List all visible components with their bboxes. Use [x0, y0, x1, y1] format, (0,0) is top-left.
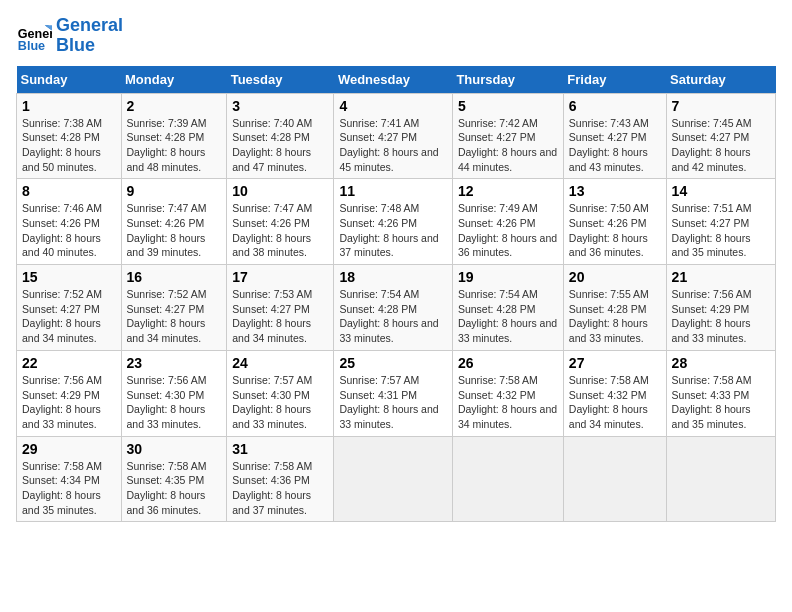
week-row: 22 Sunrise: 7:56 AM Sunset: 4:29 PM Dayl…: [17, 350, 776, 436]
day-number: 28: [672, 355, 770, 371]
page-header: General Blue GeneralBlue: [16, 16, 776, 56]
day-info: Sunrise: 7:39 AM Sunset: 4:28 PM Dayligh…: [127, 116, 222, 175]
calendar-cell: 15 Sunrise: 7:52 AM Sunset: 4:27 PM Dayl…: [17, 265, 122, 351]
calendar-cell: 14 Sunrise: 7:51 AM Sunset: 4:27 PM Dayl…: [666, 179, 775, 265]
day-info: Sunrise: 7:48 AM Sunset: 4:26 PM Dayligh…: [339, 201, 447, 260]
day-number: 8: [22, 183, 116, 199]
day-info: Sunrise: 7:41 AM Sunset: 4:27 PM Dayligh…: [339, 116, 447, 175]
logo-icon: General Blue: [16, 18, 52, 54]
day-info: Sunrise: 7:49 AM Sunset: 4:26 PM Dayligh…: [458, 201, 558, 260]
day-info: Sunrise: 7:42 AM Sunset: 4:27 PM Dayligh…: [458, 116, 558, 175]
day-info: Sunrise: 7:57 AM Sunset: 4:31 PM Dayligh…: [339, 373, 447, 432]
day-number: 1: [22, 98, 116, 114]
day-number: 29: [22, 441, 116, 457]
week-row: 8 Sunrise: 7:46 AM Sunset: 4:26 PM Dayli…: [17, 179, 776, 265]
calendar-cell: [563, 436, 666, 522]
calendar-cell: 9 Sunrise: 7:47 AM Sunset: 4:26 PM Dayli…: [121, 179, 227, 265]
week-row: 1 Sunrise: 7:38 AM Sunset: 4:28 PM Dayli…: [17, 93, 776, 179]
day-number: 22: [22, 355, 116, 371]
col-header-wednesday: Wednesday: [334, 66, 453, 94]
day-info: Sunrise: 7:54 AM Sunset: 4:28 PM Dayligh…: [458, 287, 558, 346]
calendar-cell: 28 Sunrise: 7:58 AM Sunset: 4:33 PM Dayl…: [666, 350, 775, 436]
calendar-cell: 27 Sunrise: 7:58 AM Sunset: 4:32 PM Dayl…: [563, 350, 666, 436]
calendar-cell: 26 Sunrise: 7:58 AM Sunset: 4:32 PM Dayl…: [452, 350, 563, 436]
day-info: Sunrise: 7:38 AM Sunset: 4:28 PM Dayligh…: [22, 116, 116, 175]
day-number: 14: [672, 183, 770, 199]
logo: General Blue GeneralBlue: [16, 16, 123, 56]
day-number: 30: [127, 441, 222, 457]
day-info: Sunrise: 7:40 AM Sunset: 4:28 PM Dayligh…: [232, 116, 328, 175]
col-header-monday: Monday: [121, 66, 227, 94]
calendar-cell: 17 Sunrise: 7:53 AM Sunset: 4:27 PM Dayl…: [227, 265, 334, 351]
day-number: 19: [458, 269, 558, 285]
day-number: 27: [569, 355, 661, 371]
col-header-friday: Friday: [563, 66, 666, 94]
calendar-cell: 8 Sunrise: 7:46 AM Sunset: 4:26 PM Dayli…: [17, 179, 122, 265]
day-info: Sunrise: 7:45 AM Sunset: 4:27 PM Dayligh…: [672, 116, 770, 175]
day-info: Sunrise: 7:46 AM Sunset: 4:26 PM Dayligh…: [22, 201, 116, 260]
calendar-cell: 1 Sunrise: 7:38 AM Sunset: 4:28 PM Dayli…: [17, 93, 122, 179]
calendar-cell: 3 Sunrise: 7:40 AM Sunset: 4:28 PM Dayli…: [227, 93, 334, 179]
calendar-cell: 4 Sunrise: 7:41 AM Sunset: 4:27 PM Dayli…: [334, 93, 453, 179]
day-info: Sunrise: 7:53 AM Sunset: 4:27 PM Dayligh…: [232, 287, 328, 346]
day-number: 21: [672, 269, 770, 285]
calendar-cell: 25 Sunrise: 7:57 AM Sunset: 4:31 PM Dayl…: [334, 350, 453, 436]
week-row: 29 Sunrise: 7:58 AM Sunset: 4:34 PM Dayl…: [17, 436, 776, 522]
day-info: Sunrise: 7:50 AM Sunset: 4:26 PM Dayligh…: [569, 201, 661, 260]
calendar-cell: 22 Sunrise: 7:56 AM Sunset: 4:29 PM Dayl…: [17, 350, 122, 436]
day-info: Sunrise: 7:56 AM Sunset: 4:29 PM Dayligh…: [672, 287, 770, 346]
day-number: 20: [569, 269, 661, 285]
calendar-cell: [334, 436, 453, 522]
day-info: Sunrise: 7:58 AM Sunset: 4:32 PM Dayligh…: [458, 373, 558, 432]
calendar-cell: 13 Sunrise: 7:50 AM Sunset: 4:26 PM Dayl…: [563, 179, 666, 265]
calendar-cell: 10 Sunrise: 7:47 AM Sunset: 4:26 PM Dayl…: [227, 179, 334, 265]
day-number: 12: [458, 183, 558, 199]
day-number: 31: [232, 441, 328, 457]
day-number: 13: [569, 183, 661, 199]
day-info: Sunrise: 7:52 AM Sunset: 4:27 PM Dayligh…: [127, 287, 222, 346]
day-number: 17: [232, 269, 328, 285]
day-number: 15: [22, 269, 116, 285]
week-row: 15 Sunrise: 7:52 AM Sunset: 4:27 PM Dayl…: [17, 265, 776, 351]
calendar-cell: 21 Sunrise: 7:56 AM Sunset: 4:29 PM Dayl…: [666, 265, 775, 351]
day-info: Sunrise: 7:58 AM Sunset: 4:36 PM Dayligh…: [232, 459, 328, 518]
svg-text:Blue: Blue: [18, 39, 45, 53]
day-info: Sunrise: 7:47 AM Sunset: 4:26 PM Dayligh…: [232, 201, 328, 260]
day-info: Sunrise: 7:58 AM Sunset: 4:32 PM Dayligh…: [569, 373, 661, 432]
day-number: 26: [458, 355, 558, 371]
calendar-cell: 29 Sunrise: 7:58 AM Sunset: 4:34 PM Dayl…: [17, 436, 122, 522]
day-number: 23: [127, 355, 222, 371]
col-header-saturday: Saturday: [666, 66, 775, 94]
day-number: 25: [339, 355, 447, 371]
day-info: Sunrise: 7:52 AM Sunset: 4:27 PM Dayligh…: [22, 287, 116, 346]
calendar-cell: 2 Sunrise: 7:39 AM Sunset: 4:28 PM Dayli…: [121, 93, 227, 179]
calendar-cell: 23 Sunrise: 7:56 AM Sunset: 4:30 PM Dayl…: [121, 350, 227, 436]
day-number: 7: [672, 98, 770, 114]
day-info: Sunrise: 7:57 AM Sunset: 4:30 PM Dayligh…: [232, 373, 328, 432]
calendar-cell: [452, 436, 563, 522]
day-info: Sunrise: 7:56 AM Sunset: 4:29 PM Dayligh…: [22, 373, 116, 432]
calendar-cell: 5 Sunrise: 7:42 AM Sunset: 4:27 PM Dayli…: [452, 93, 563, 179]
day-number: 16: [127, 269, 222, 285]
calendar-cell: 31 Sunrise: 7:58 AM Sunset: 4:36 PM Dayl…: [227, 436, 334, 522]
calendar-cell: 6 Sunrise: 7:43 AM Sunset: 4:27 PM Dayli…: [563, 93, 666, 179]
day-number: 2: [127, 98, 222, 114]
day-info: Sunrise: 7:56 AM Sunset: 4:30 PM Dayligh…: [127, 373, 222, 432]
day-info: Sunrise: 7:58 AM Sunset: 4:34 PM Dayligh…: [22, 459, 116, 518]
calendar-cell: 19 Sunrise: 7:54 AM Sunset: 4:28 PM Dayl…: [452, 265, 563, 351]
col-header-tuesday: Tuesday: [227, 66, 334, 94]
day-of-week-header: SundayMondayTuesdayWednesdayThursdayFrid…: [17, 66, 776, 94]
day-info: Sunrise: 7:51 AM Sunset: 4:27 PM Dayligh…: [672, 201, 770, 260]
calendar-cell: 12 Sunrise: 7:49 AM Sunset: 4:26 PM Dayl…: [452, 179, 563, 265]
calendar-cell: 18 Sunrise: 7:54 AM Sunset: 4:28 PM Dayl…: [334, 265, 453, 351]
day-info: Sunrise: 7:58 AM Sunset: 4:35 PM Dayligh…: [127, 459, 222, 518]
day-number: 10: [232, 183, 328, 199]
calendar-cell: 20 Sunrise: 7:55 AM Sunset: 4:28 PM Dayl…: [563, 265, 666, 351]
calendar-table: SundayMondayTuesdayWednesdayThursdayFrid…: [16, 66, 776, 523]
logo-text: GeneralBlue: [56, 16, 123, 56]
calendar-body: 1 Sunrise: 7:38 AM Sunset: 4:28 PM Dayli…: [17, 93, 776, 522]
day-number: 4: [339, 98, 447, 114]
day-info: Sunrise: 7:55 AM Sunset: 4:28 PM Dayligh…: [569, 287, 661, 346]
col-header-thursday: Thursday: [452, 66, 563, 94]
day-info: Sunrise: 7:58 AM Sunset: 4:33 PM Dayligh…: [672, 373, 770, 432]
